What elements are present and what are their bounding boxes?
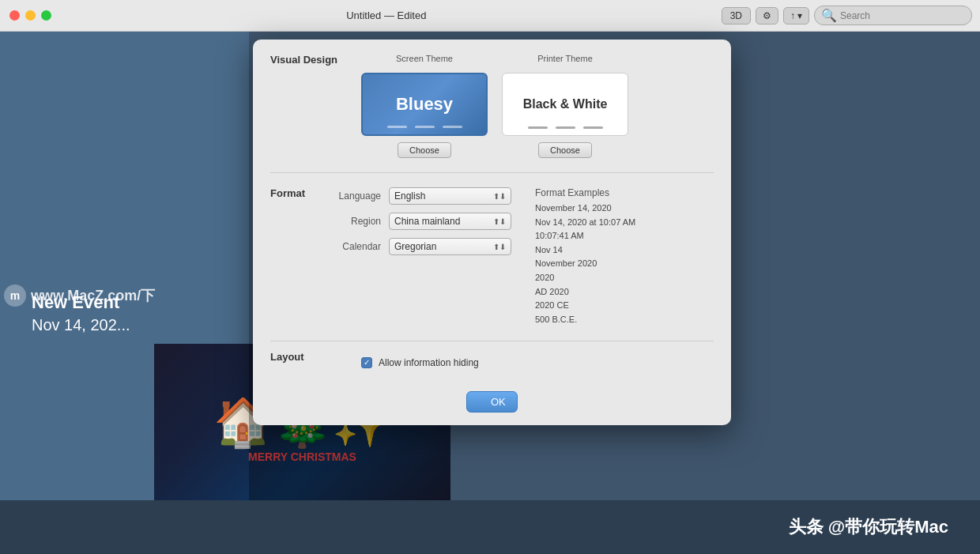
close-button[interactable] xyxy=(9,10,20,21)
p-line3 xyxy=(583,126,603,129)
language-row: Language English ⬆⬇ xyxy=(330,187,511,205)
screen-theme-text: Bluesy xyxy=(396,94,453,115)
format-example-item: Nov 14 xyxy=(535,243,635,258)
screen-theme-box: Screen Theme Bluesy Choose xyxy=(361,54,488,158)
screen-theme-choose[interactable]: Choose xyxy=(398,142,451,158)
visual-design-section: Visual Design Screen Theme Bluesy xyxy=(253,40,731,172)
printer-theme-preview: Black & White xyxy=(502,73,628,136)
format-example-item: 500 B.C.E. xyxy=(535,313,635,327)
line3 xyxy=(443,126,462,128)
calendar-row: Calendar Gregorian ⬆⬇ xyxy=(330,238,511,255)
format-content: Language English ⬆⬇ Region China mainlan… xyxy=(330,187,635,326)
language-value: English xyxy=(394,190,425,202)
screen-theme-label: Screen Theme xyxy=(396,54,453,63)
printer-theme-text: Black & White xyxy=(523,97,608,111)
modal-dialog: Visual Design Screen Theme Bluesy xyxy=(253,40,731,425)
format-example-item: 10:07:41 AM xyxy=(535,229,635,243)
bottom-bar: 头条 @带你玩转Mac xyxy=(0,500,980,554)
traffic-lights xyxy=(9,10,51,21)
screen-theme-lines xyxy=(363,126,486,128)
calendar-arrow: ⬆⬇ xyxy=(493,243,506,251)
language-select[interactable]: English ⬆⬇ xyxy=(389,187,511,205)
layout-title: Layout xyxy=(270,351,330,363)
modal-overlay: Visual Design Screen Theme Bluesy xyxy=(249,32,980,500)
region-value: China mainland xyxy=(394,216,460,227)
format-example-item: Nov 14, 2020 at 10:07 AM xyxy=(535,216,635,230)
line1 xyxy=(387,126,407,128)
printer-theme-label: Printer Theme xyxy=(537,54,593,63)
sidebar: m www.MacZ.com/下 New Event Nov 14, 202..… xyxy=(0,32,249,554)
format-example-item: November 14, 2020 xyxy=(535,202,635,216)
3d-button[interactable]: 3D xyxy=(722,7,751,24)
language-label: Language xyxy=(330,190,381,202)
printer-theme-lines xyxy=(503,126,628,129)
format-example-list: November 14, 2020Nov 14, 2020 at 10:07 A… xyxy=(535,202,635,326)
maximize-button[interactable] xyxy=(41,10,51,21)
ok-area: OK xyxy=(253,383,731,425)
format-example-item: November 2020 xyxy=(535,257,635,271)
title-bar: Untitled — Edited 3D ⚙ ↑ ▾ 🔍 xyxy=(0,0,980,32)
calendar-label: Calendar xyxy=(330,241,381,252)
region-row: Region China mainland ⬆⬇ xyxy=(330,213,511,230)
window-title: Untitled — Edited xyxy=(51,9,722,21)
format-example-item: 2020 xyxy=(535,271,635,285)
event-date: Nov 14, 202... xyxy=(32,316,130,334)
format-examples: Format Examples November 14, 2020Nov 14,… xyxy=(535,187,635,326)
region-arrow: ⬆⬇ xyxy=(493,217,506,226)
allow-hiding-checkbox[interactable]: ✓ xyxy=(361,357,372,368)
event-title: New Event xyxy=(32,292,119,313)
format-title: Format xyxy=(270,187,330,199)
gear-button[interactable]: ⚙ xyxy=(756,7,778,24)
layout-section: Layout ✓ Allow information hiding xyxy=(253,341,731,383)
screen-theme-preview: Bluesy xyxy=(361,73,488,136)
search-input[interactable] xyxy=(840,10,965,21)
language-arrow: ⬆⬇ xyxy=(493,192,506,201)
layout-content: ✓ Allow information hiding xyxy=(361,357,479,368)
p-line1 xyxy=(528,126,548,129)
share-chevron: ▾ xyxy=(797,10,802,21)
format-section: Format Language English ⬆⬇ xyxy=(253,173,731,341)
format-left: Language English ⬆⬇ Region China mainlan… xyxy=(330,187,511,326)
ok-button[interactable]: OK xyxy=(466,391,518,413)
line2 xyxy=(415,126,435,128)
bottom-text: 头条 @带你玩转Mac xyxy=(789,515,948,539)
format-example-item: AD 2020 xyxy=(535,285,635,300)
visual-design-content: Screen Theme Bluesy Choose xyxy=(361,54,628,158)
share-icon: ↑ xyxy=(790,10,795,21)
allow-hiding-label: Allow information hiding xyxy=(379,357,479,368)
format-example-item: 2020 CE xyxy=(535,299,635,313)
share-button[interactable]: ↑ ▾ xyxy=(783,7,809,24)
search-icon: 🔍 xyxy=(821,8,837,23)
printer-theme-choose[interactable]: Choose xyxy=(538,142,592,158)
region-label: Region xyxy=(330,216,381,227)
search-box[interactable]: 🔍 xyxy=(814,6,972,25)
format-examples-title: Format Examples xyxy=(535,187,635,198)
region-select[interactable]: China mainland ⬆⬇ xyxy=(389,213,511,230)
printer-theme-box: Printer Theme Black & White Choose xyxy=(502,54,628,158)
visual-design-title: Visual Design xyxy=(270,54,337,66)
calendar-value: Gregorian xyxy=(394,241,436,252)
p-line2 xyxy=(556,126,575,129)
calendar-select[interactable]: Gregorian ⬆⬇ xyxy=(389,238,511,255)
minimize-button[interactable] xyxy=(25,10,36,21)
toolbar-right: 3D ⚙ ↑ ▾ 🔍 xyxy=(722,6,972,25)
watermark-circle: m xyxy=(4,285,26,307)
